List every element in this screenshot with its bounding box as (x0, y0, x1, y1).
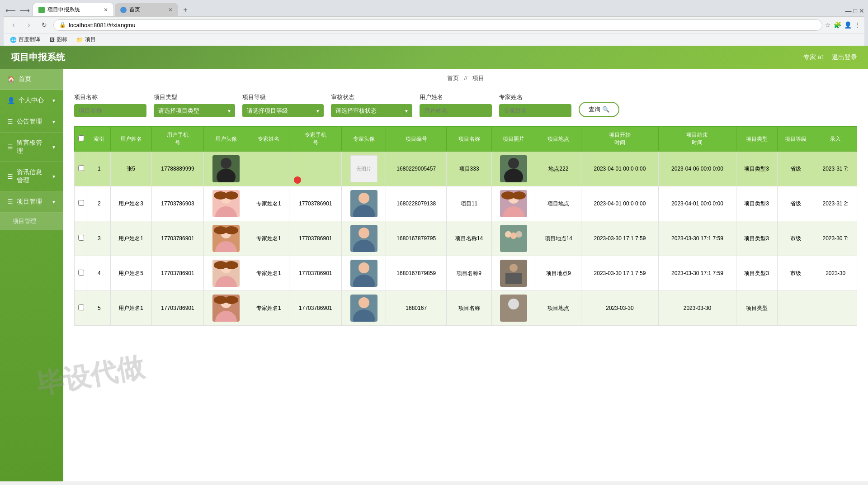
profile-icon[interactable]: 👤 (844, 21, 852, 29)
row-checkbox[interactable] (78, 304, 84, 310)
tab-title: 项目申报系统 (47, 6, 80, 14)
sidebar-item-home[interactable]: 🏠 首页 (0, 69, 63, 90)
filter-group-audit: 审核状态 请选择审核状态 待审核 已通过 已拒绝 ▼ (331, 93, 412, 117)
table-row: 4 用户姓名5 17703786901 专家姓名1 17703786901 16… (75, 256, 857, 291)
svg-point-30 (510, 233, 517, 239)
svg-point-18 (512, 191, 526, 200)
cell-index: 3 (88, 221, 111, 256)
filter-username-input[interactable] (420, 104, 492, 117)
col-start-time: 项目开始时间 (581, 127, 658, 152)
col-end-time: 项目结束时间 (659, 127, 736, 152)
col-project-type: 项目类型 (736, 127, 777, 152)
cell-project-photo (491, 152, 536, 186)
cell-expert-avatar (342, 291, 386, 326)
sidebar-item-announcement[interactable]: ☰ 公告管理 ▼ (0, 111, 63, 133)
svg-point-23 (225, 226, 238, 234)
window-close-btn[interactable]: ✕ (859, 7, 864, 14)
breadcrumb-project: 项目 (472, 75, 484, 81)
tab-favicon (38, 7, 45, 13)
nav-reload-btn[interactable]: ↻ (38, 19, 51, 31)
filter-expert-input[interactable] (499, 104, 571, 117)
cell-project-type: 项目类型3 (736, 152, 777, 186)
col-index: 索引 (88, 127, 111, 152)
nav-back-btn[interactable]: ‹ (7, 19, 20, 31)
filter-audit-label: 审核状态 (331, 93, 412, 101)
query-button[interactable]: 查询 🔍 (579, 102, 619, 117)
browser-tab-inactive[interactable]: 首页 ✕ (115, 3, 178, 16)
cell-start-time: 2023-03-30 (581, 291, 658, 326)
browser-tab-active[interactable]: 项目申报系统 ✕ (33, 3, 114, 16)
select-all-checkbox[interactable] (78, 135, 84, 141)
cell-index: 4 (88, 256, 111, 291)
cell-project-no: 1680167 (386, 291, 447, 326)
col-project-photo: 项目照片 (491, 127, 536, 152)
sidebar-item-project-mgmt[interactable]: ☰ 项目管理 ▼ (0, 191, 63, 213)
cell-expert-phone: 17703786901 (289, 221, 342, 256)
cell-entry: 2023-30 7: (814, 221, 857, 256)
new-tab-btn[interactable]: + (179, 4, 192, 16)
cell-user-name: 张5 (110, 152, 151, 186)
breadcrumb-separator: // (464, 75, 467, 81)
cell-user-name: 用户姓名1 (110, 221, 151, 256)
sidebar-item-news[interactable]: ☰ 资讯信息管理 ▼ (0, 162, 63, 191)
browser-chrome: ⟵ ⟶ 项目申报系统 ✕ 首页 ✕ + — □ ✕ ‹ › ↻ 🔒 localh… (0, 0, 868, 46)
browser-toolbar: ‹ › ↻ 🔒 localhost:8081/#/xiangmu ☆ 🧩 👤 ⋮ (4, 16, 864, 33)
row-checkbox[interactable] (78, 200, 84, 206)
cell-end-time: 2023-03-30 17:1 7:59 (659, 256, 736, 291)
personal-icon: 👤 (7, 97, 15, 104)
cell-project-no: 1680167879795 (386, 221, 447, 256)
col-expert-avatar: 专家头像 (342, 127, 386, 152)
sidebar-news-label: 资讯信息管理 (17, 168, 48, 185)
cell-expert-avatar: 无图片 (342, 152, 386, 186)
sidebar-project-sub-label: 项目管理 (13, 218, 36, 224)
bookmark-icon[interactable]: ☆ (825, 21, 831, 29)
menu-icon[interactable]: ⋮ (854, 21, 861, 29)
cell-user-name: 用户姓名5 (110, 256, 151, 291)
cell-location: 项目地点9 (536, 256, 581, 291)
table-wrapper: 索引 用户姓名 用户手机号 用户头像 专家姓名 专家手机号 专家头像 项目编号 … (63, 126, 868, 337)
window-maximize-btn[interactable]: □ (854, 7, 857, 14)
svg-point-29 (516, 231, 522, 238)
filter-name-input[interactable] (74, 104, 146, 117)
cell-project-level: 省级 (777, 186, 814, 221)
sidebar-item-bulletin[interactable]: ☰ 留言板管理 ▼ (0, 133, 63, 162)
cell-project-type: 项目类型3 (736, 256, 777, 291)
bookmark-baidu[interactable]: 🌐 百度翻译 (7, 35, 43, 44)
address-text: localhost:8081/#/xiangmu (69, 22, 135, 29)
cell-end-time: 2023-04-06 00:0 0:00 (659, 152, 736, 186)
personal-arrow-icon: ▼ (52, 98, 56, 103)
cell-project-no: 1680167879859 (386, 256, 447, 291)
nav-forward-btn[interactable]: › (23, 19, 35, 31)
bookmark-icons[interactable]: 🖼 图标 (47, 35, 70, 44)
app-body: 🏠 首页 👤 个人中心 ▼ ☰ 公告管理 ▼ ☰ 留言板管理 ▼ ☰ 资讯信息管… (0, 69, 868, 481)
sidebar-sub-item-project[interactable]: 项目管理 (0, 213, 63, 230)
tab-close-icon[interactable]: ✕ (104, 7, 108, 13)
tab-back-btn: ⟵ (5, 6, 16, 14)
browser-tab-controls[interactable]: ⟵ ⟶ (4, 6, 32, 16)
cell-expert-name: 专家姓名1 (248, 256, 289, 291)
col-user-name: 用户姓名 (110, 127, 151, 152)
project-label: 项目 (85, 36, 96, 43)
filter-level-select[interactable]: 请选择项目等级 省级 市级 (242, 104, 324, 117)
filter-group-expert: 专家姓名 (499, 93, 571, 117)
baidu-icon: 🌐 (10, 37, 17, 43)
col-expert-name: 专家姓名 (248, 127, 289, 152)
cell-end-time: 2023-04-01 00:0 0:00 (659, 186, 736, 221)
cell-expert-name (248, 152, 289, 186)
extensions-icon[interactable]: 🧩 (834, 21, 841, 29)
bookmark-project[interactable]: 📁 项目 (74, 35, 99, 44)
sidebar-item-personal[interactable]: 👤 个人中心 ▼ (0, 90, 63, 111)
tab-close-icon2[interactable]: ✕ (168, 7, 173, 13)
logout-btn[interactable]: 退出登录 (832, 53, 857, 62)
col-entry: 录入 (814, 127, 857, 152)
row-checkbox[interactable] (78, 235, 84, 241)
filter-audit-select[interactable]: 请选择审核状态 待审核 已通过 已拒绝 (331, 104, 412, 117)
news-arrow-icon: ▼ (52, 174, 56, 179)
row-checkbox[interactable] (78, 270, 84, 276)
filter-type-select[interactable]: 请选择项目类型 项目类型1 项目类型2 项目类型3 (154, 104, 235, 117)
cell-project-level: 市级 (777, 221, 814, 256)
address-bar[interactable]: 🔒 localhost:8081/#/xiangmu (53, 19, 822, 31)
window-minimize-btn[interactable]: — (845, 7, 852, 14)
cell-start-time: 2023-04-01 00:0 0:00 (581, 152, 658, 186)
row-checkbox[interactable] (78, 165, 84, 171)
